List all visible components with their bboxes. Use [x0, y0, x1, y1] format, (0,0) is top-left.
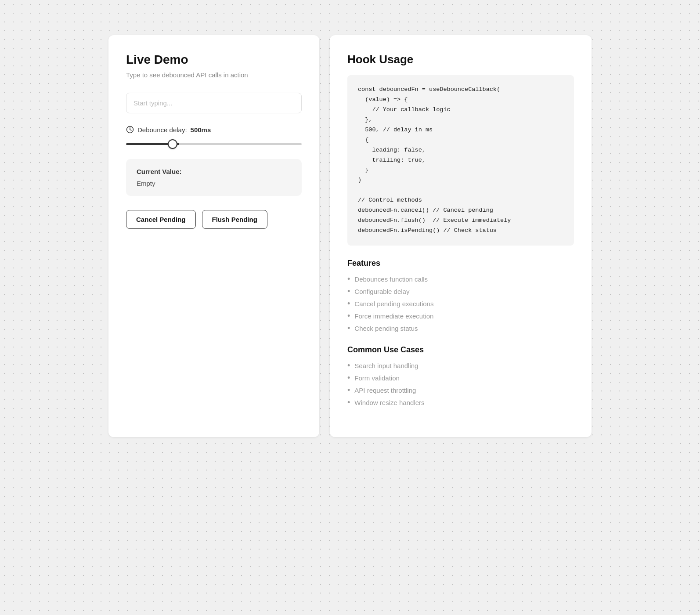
current-value-box: Current Value: Empty	[126, 159, 302, 196]
svg-line-2	[130, 130, 131, 130]
right-panel: Hook Usage const debouncedFn = useDeboun…	[330, 35, 592, 437]
delay-label: Debounce delay: 500ms	[126, 126, 302, 134]
code-block: const debouncedFn = useDebounceCallback(…	[347, 75, 574, 246]
list-item: Configurable delay	[347, 287, 574, 295]
list-item: API request throttling	[347, 386, 574, 394]
list-item: Force immediate execution	[347, 312, 574, 320]
buttons-row: Cancel Pending Flush Pending	[126, 210, 302, 229]
left-panel: Live Demo Type to see debounced API call…	[108, 35, 319, 437]
features-section: Features Debounces function calls Config…	[347, 259, 574, 332]
delay-value: 500ms	[191, 126, 211, 134]
list-item: Form validation	[347, 374, 574, 382]
list-item: Check pending status	[347, 324, 574, 332]
list-item: Window resize handlers	[347, 398, 574, 406]
current-value-label: Current Value:	[137, 168, 291, 175]
clock-icon	[126, 126, 134, 134]
delay-section: Debounce delay: 500ms	[126, 126, 302, 147]
search-input[interactable]	[126, 93, 302, 113]
delay-text: Debounce delay:	[137, 126, 187, 134]
hook-usage-title: Hook Usage	[347, 53, 574, 66]
cancel-pending-button[interactable]: Cancel Pending	[126, 210, 196, 229]
delay-slider[interactable]	[126, 143, 302, 145]
current-value-text: Empty	[137, 180, 291, 187]
use-cases-list: Search input handling Form validation AP…	[347, 362, 574, 406]
flush-pending-button[interactable]: Flush Pending	[202, 210, 267, 229]
use-cases-section: Common Use Cases Search input handling F…	[347, 345, 574, 406]
features-list: Debounces function calls Configurable de…	[347, 275, 574, 332]
list-item: Cancel pending executions	[347, 300, 574, 308]
main-container: Live Demo Type to see debounced API call…	[108, 35, 592, 437]
list-item: Debounces function calls	[347, 275, 574, 283]
use-cases-title: Common Use Cases	[347, 345, 574, 355]
list-item: Search input handling	[347, 362, 574, 369]
left-panel-subtitle: Type to see debounced API calls in actio…	[126, 71, 302, 79]
left-panel-title: Live Demo	[126, 53, 302, 67]
features-title: Features	[347, 259, 574, 268]
